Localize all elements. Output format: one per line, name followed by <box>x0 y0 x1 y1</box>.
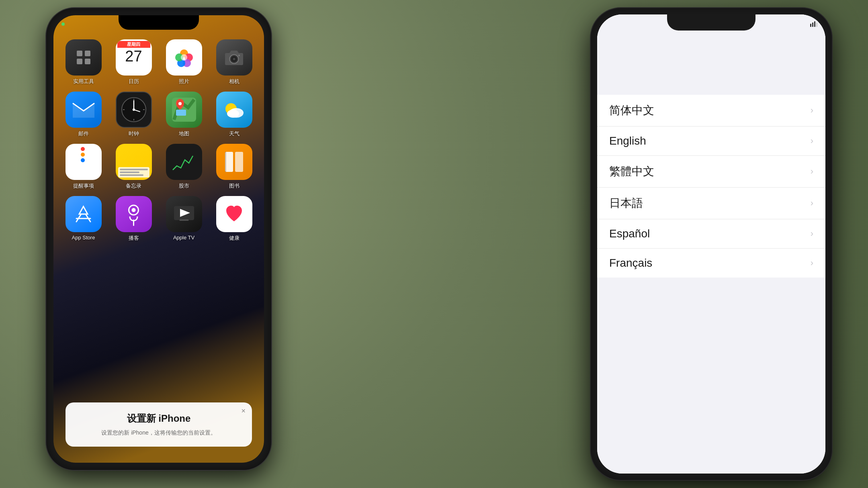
language-item-simplified-chinese[interactable]: 简体中文 › <box>597 95 825 127</box>
notes-label: 备忘录 <box>126 182 141 190</box>
calendar-date: 27 <box>125 49 142 64</box>
language-item-english[interactable]: English › <box>597 127 825 156</box>
utility-label: 实用工具 <box>73 78 94 85</box>
status-bar-right <box>607 18 817 30</box>
modal-subtitle: 设置您的新 iPhone，这将传输您的当前设置。 <box>77 429 241 437</box>
iphone-right-body: 简体中文 › English › 繁體中文 › 日本語 <box>591 8 832 480</box>
stocks-label: 股市 <box>179 182 189 190</box>
japanese-chevron: › <box>811 198 813 208</box>
language-list: 简体中文 › English › 繁體中文 › 日本語 <box>597 95 825 278</box>
app-mail[interactable]: 邮件 <box>61 92 105 137</box>
iphone-left-screen: 实用工具 星期四 27 日历 <box>53 15 264 463</box>
svg-point-25 <box>178 102 182 105</box>
svg-rect-2 <box>77 59 82 64</box>
svg-point-28 <box>227 110 239 118</box>
traditional-chinese-label: 繁體中文 <box>609 164 654 179</box>
app-health[interactable]: 健康 <box>212 196 256 242</box>
language-item-japanese[interactable]: 日本語 › <box>597 188 825 219</box>
battery-indicator <box>810 21 817 27</box>
app-camera[interactable]: 相机 <box>212 39 256 85</box>
spanish-label: Español <box>609 227 650 240</box>
photos-label: 照片 <box>179 78 189 85</box>
scene-background: 实用工具 星期四 27 日历 <box>0 0 868 488</box>
status-bar-left <box>61 18 256 30</box>
svg-point-29 <box>227 105 231 109</box>
svg-point-9 <box>181 54 187 61</box>
utility-icon <box>66 39 102 76</box>
spanish-chevron: › <box>811 229 813 239</box>
calendar-weekday: 星期四 <box>117 41 150 48</box>
bar4 <box>816 22 817 27</box>
app-grid: 实用工具 星期四 27 日历 <box>61 39 256 242</box>
app-reminders[interactable]: 提醒事项 <box>61 144 105 190</box>
mail-label: 邮件 <box>78 130 89 137</box>
app-utility[interactable]: 实用工具 <box>61 39 105 85</box>
app-maps[interactable]: 地图 <box>162 92 206 137</box>
photos-icon <box>166 39 202 76</box>
app-photos[interactable]: 照片 <box>162 39 206 85</box>
app-weather[interactable]: 天气 <box>212 92 256 137</box>
podcasts-label: 播客 <box>129 235 139 242</box>
app-clock[interactable]: 时钟 <box>112 92 156 137</box>
svg-rect-24 <box>176 110 186 116</box>
app-appstore[interactable]: App Store <box>61 196 105 242</box>
bar1 <box>810 24 811 27</box>
language-screen: 简体中文 › English › 繁體中文 › 日本語 <box>597 14 825 474</box>
simplified-chinese-chevron: › <box>811 105 813 116</box>
english-label: English <box>609 135 646 147</box>
app-books[interactable]: 图书 <box>212 144 256 190</box>
app-calendar[interactable]: 星期四 27 日历 <box>112 39 156 85</box>
app-stocks[interactable]: 股市 <box>162 144 206 190</box>
books-icon <box>216 144 252 180</box>
language-item-traditional-chinese[interactable]: 繁體中文 › <box>597 156 825 188</box>
modal-title: 设置新 iPhone <box>77 412 241 425</box>
books-label: 图书 <box>229 182 240 190</box>
stocks-icon <box>166 144 202 180</box>
iphone-right-screen: 简体中文 › English › 繁體中文 › 日本語 <box>597 14 825 474</box>
appstore-icon <box>66 196 102 232</box>
setup-modal: × 设置新 iPhone 设置您的新 iPhone，这将传输您的当前设置。 <box>66 402 252 447</box>
notes-icon <box>116 144 152 180</box>
weather-icon <box>216 92 252 128</box>
language-item-spanish[interactable]: Español › <box>597 219 825 249</box>
app-notes[interactable]: 备忘录 <box>112 144 156 190</box>
clock-label: 时钟 <box>129 130 139 137</box>
calendar-icon: 星期四 27 <box>116 39 152 76</box>
iphone-right: 简体中文 › English › 繁體中文 › 日本語 <box>579 0 844 488</box>
podcasts-icon <box>116 196 152 232</box>
camera-icon <box>216 39 252 76</box>
reminders-icon <box>66 144 102 180</box>
modal-close-button[interactable]: × <box>241 407 246 414</box>
app-tv[interactable]: Apple TV <box>162 196 206 242</box>
simplified-chinese-label: 简体中文 <box>609 103 654 118</box>
tv-label: Apple TV <box>173 235 194 241</box>
reminders-label: 提醒事项 <box>73 182 94 190</box>
maps-icon <box>166 92 202 128</box>
english-chevron: › <box>811 136 813 146</box>
health-icon <box>216 196 252 232</box>
language-item-french[interactable]: Français › <box>597 249 825 278</box>
iphone-left: 实用工具 星期四 27 日历 <box>34 0 283 488</box>
camera-label: 相机 <box>229 78 240 85</box>
svg-point-37 <box>132 208 136 212</box>
svg-point-13 <box>238 55 240 56</box>
calendar-label: 日历 <box>129 78 139 85</box>
status-indicator <box>61 22 65 26</box>
health-label: 健康 <box>229 235 240 242</box>
battery-bars <box>810 21 817 27</box>
svg-rect-31 <box>235 152 243 172</box>
svg-point-12 <box>233 58 235 60</box>
bar3 <box>814 21 815 27</box>
svg-rect-3 <box>85 59 90 64</box>
svg-point-18 <box>133 108 135 111</box>
maps-label: 地图 <box>179 130 189 137</box>
mail-icon <box>66 92 102 128</box>
bar2 <box>812 22 813 27</box>
appstore-label: App Store <box>72 235 95 241</box>
traditional-chinese-chevron: › <box>811 166 813 177</box>
tv-icon <box>166 196 202 232</box>
clock-icon <box>116 92 152 128</box>
svg-rect-32 <box>225 152 226 172</box>
french-label: Français <box>609 257 652 270</box>
app-podcasts[interactable]: 播客 <box>112 196 156 242</box>
